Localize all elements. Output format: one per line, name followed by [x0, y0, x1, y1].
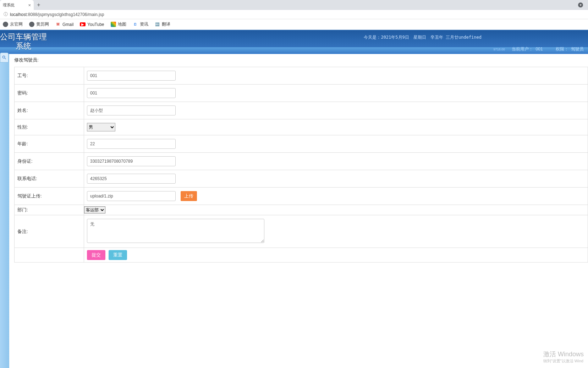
browser-tab[interactable]: 理系统 × [0, 0, 34, 10]
bookmark-label: 资讯 [140, 21, 148, 27]
row-bumen: 部门: 客运部 [15, 205, 588, 215]
chrome-menu[interactable]: ▾ [578, 2, 583, 7]
input-mima[interactable] [87, 88, 176, 98]
label-gonghao: 工号: [15, 67, 84, 85]
select-bumen[interactable]: 客运部 [84, 206, 105, 213]
sidebar [0, 54, 9, 368]
app-title-line2: 系统 [0, 42, 47, 51]
row-shenfenzheng: 身份证: [15, 153, 588, 170]
youtube-icon: ▶ [80, 22, 86, 26]
header-user-info: 9718.00 当前用户： 001 权限： 驾驶员 [494, 46, 584, 52]
row-jiashizheng: 驾驶证上传: 上传 [15, 188, 588, 205]
select-xingbie[interactable]: 男 [87, 123, 115, 131]
info-icon: ⓘ [4, 11, 8, 17]
label-mima: 密码: [15, 85, 84, 102]
label-beizhu: 备注: [15, 215, 84, 248]
input-gonghao[interactable] [87, 71, 176, 81]
bookmark-item[interactable]: 🗓资讯 [133, 21, 148, 27]
tab-bar: 理系统 × + ▾ [0, 0, 588, 10]
label-shenfenzheng: 身份证: [15, 153, 84, 170]
bookmark-item[interactable]: 地图 [111, 21, 126, 27]
perm-value: 驾驶员 [571, 47, 584, 52]
bookmark-label: 地图 [118, 21, 126, 27]
label-empty [15, 248, 84, 263]
bookmark-label: 京官网 [10, 21, 23, 27]
app-header: 公司车辆管理 系统 今天是：2021年5月9日 星期日 辛丑年 三月廿undef… [0, 30, 588, 54]
bookmark-item[interactable]: 京官网 [3, 21, 23, 27]
globe-icon [3, 22, 8, 27]
close-icon[interactable]: × [28, 2, 31, 8]
submit-button[interactable]: 提交 [87, 250, 105, 260]
bookmarks-bar: 京官网 黄历网 MGmail ▶YouTube 地图 🗓资讯 🔤翻译 [0, 19, 588, 30]
input-xingming[interactable] [87, 105, 176, 115]
main-content: 修改驾驶员: 工号: 密码: 姓名: 性别: 男 年龄: [9, 54, 588, 368]
sidebar-toggle[interactable] [0, 53, 9, 63]
map-icon [111, 22, 116, 27]
input-shenfenzheng[interactable] [87, 156, 176, 166]
search-icon [2, 55, 7, 60]
label-xingbie: 性别: [15, 119, 84, 135]
url-host: localhost [10, 12, 27, 17]
reset-button[interactable]: 重置 [109, 250, 127, 260]
label-bumen: 部门: [15, 205, 84, 215]
bookmark-item[interactable]: MGmail [55, 22, 73, 27]
label-xingming: 姓名: [15, 102, 84, 119]
perm-label: 权限： [556, 47, 568, 52]
bookmark-label: Gmail [62, 22, 73, 27]
bookmark-label: 翻译 [162, 21, 170, 27]
form-table: 工号: 密码: 姓名: 性别: 男 年龄: 身份证: [14, 67, 588, 263]
input-nianling[interactable] [87, 139, 176, 149]
label-jiashizheng: 驾驶证上传: [15, 188, 84, 205]
app-title: 公司车辆管理 系统 [0, 32, 47, 51]
row-buttons: 提交 重置 [15, 248, 588, 263]
row-beizhu: 备注: 无 [15, 215, 588, 248]
row-lianxidianhua: 联系电话: [15, 170, 588, 188]
url-path: :8088/jspmysgsclglxthsg142706/main.jsp [27, 12, 104, 17]
label-lianxidianhua: 联系电话: [15, 170, 84, 188]
label-nianling: 年龄: [15, 135, 84, 153]
row-nianling: 年龄: [15, 135, 588, 153]
tab-title: 理系统 [3, 2, 15, 8]
bookmark-item[interactable]: 黄历网 [29, 21, 49, 27]
news-icon: 🗓 [133, 22, 138, 27]
textarea-beizhu[interactable]: 无 [87, 219, 264, 243]
gmail-icon: M [55, 22, 61, 27]
translate-icon: 🔤 [155, 22, 160, 27]
upload-button[interactable]: 上传 [181, 191, 197, 201]
bookmark-label: YouTube [87, 22, 104, 27]
row-gonghao: 工号: [15, 67, 588, 85]
row-xingming: 姓名: [15, 102, 588, 119]
app-title-line1: 公司车辆管理 [0, 32, 47, 42]
bookmark-item[interactable]: ▶YouTube [80, 22, 104, 27]
bookmark-item[interactable]: 🔤翻译 [155, 21, 170, 27]
globe-icon [29, 22, 34, 27]
user-label: 当前用户： [512, 47, 533, 52]
new-tab-button[interactable]: + [34, 0, 44, 10]
row-xingbie: 性别: 男 [15, 119, 588, 135]
address-bar[interactable]: ⓘ localhost:8088/jspmysgsclglxthsg142706… [0, 10, 588, 19]
chevron-down-icon: ▾ [578, 2, 583, 7]
row-mima: 密码: [15, 85, 588, 102]
browser-chrome: 理系统 × + ▾ ⓘ localhost:8088/jspmysgsclglx… [0, 0, 588, 30]
form-title: 修改驾驶员: [14, 57, 588, 63]
app-body: 修改驾驶员: 工号: 密码: 姓名: 性别: 男 年龄: [0, 54, 588, 368]
header-tiny-text: 9718.00 [494, 48, 505, 51]
input-lianxidianhua[interactable] [87, 174, 176, 184]
header-date: 今天是：2021年5月9日 星期日 辛丑年 三月廿undefined [364, 34, 482, 40]
user-value: 001 [536, 47, 543, 52]
input-jiashizheng[interactable] [87, 191, 176, 201]
bookmark-label: 黄历网 [36, 21, 49, 27]
